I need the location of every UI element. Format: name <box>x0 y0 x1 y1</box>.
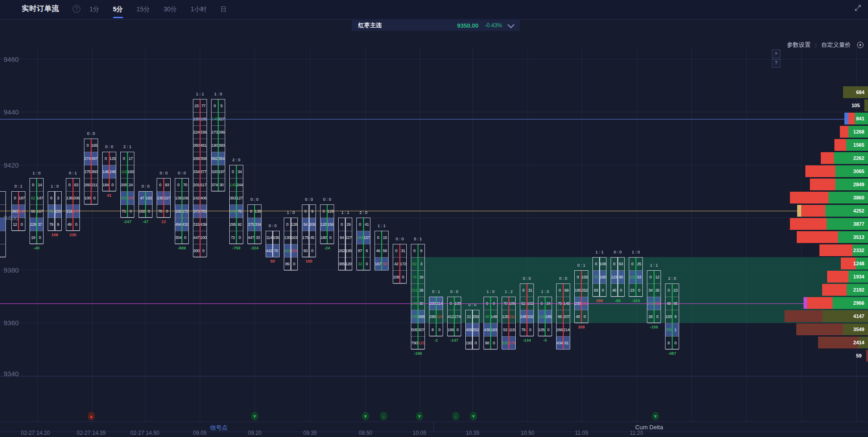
side-button-?[interactable]: ? <box>772 59 780 68</box>
ask-volume: 100 <box>200 231 207 244</box>
column-delta: 106 <box>51 233 58 237</box>
interval-tab-5分[interactable]: 5分 <box>112 3 124 16</box>
footprint-column[interactable]: 0128130163493202890 <box>284 218 298 270</box>
price-path-line <box>417 244 419 349</box>
footprint-column[interactable]: 063138206151170490 <box>66 178 80 231</box>
imbalance-label: 1 : 1 <box>596 250 604 254</box>
footprint-column[interactable]: 069791458920726621443461 <box>556 283 570 349</box>
footprint-column[interactable]: 031421721080 <box>393 244 407 283</box>
target-icon[interactable] <box>857 42 863 48</box>
ask-volume: 187 <box>19 192 25 204</box>
column-delta: -487 <box>668 351 676 356</box>
footprint-column[interactable]: 01251462461840 <box>102 152 116 191</box>
ask-volume: 358 <box>200 152 207 165</box>
footprint-column[interactable]: 02515353230 <box>629 257 643 297</box>
ask-volume: 53 <box>636 271 643 283</box>
vertical-gridline <box>746 48 747 422</box>
price-axis-label: 9360 <box>4 319 19 327</box>
side-button->[interactable]: > <box>772 50 780 58</box>
ask-volume: 8 <box>364 244 370 257</box>
footprint-column[interactable]: 02964227262195385120 <box>338 218 352 270</box>
footprint-column[interactable]: 015465816750 <box>375 231 389 270</box>
interval-tab-30分[interactable]: 30分 <box>163 3 178 16</box>
footprint-column[interactable]: 0048149438183980 <box>483 297 498 349</box>
footprint-column[interactable]: 02348851939355180 <box>665 283 679 349</box>
volume-profile-value: 4252 <box>853 208 864 214</box>
footprint-column[interactable]: 0982374193312824530339668505307790125 <box>411 244 425 349</box>
footprint-column[interactable]: 1195105530 <box>0 191 6 257</box>
ask-volume: 3 <box>55 192 62 204</box>
price-path-line <box>671 284 673 349</box>
ask-volume: 668 <box>418 310 425 323</box>
footprint-column[interactable]: 212504582521920 <box>465 310 479 349</box>
footprint-column[interactable]: 093230227780 <box>157 178 171 218</box>
volume-profile-value: 59 <box>856 353 862 358</box>
price-path-line <box>399 244 400 283</box>
price-path-line <box>381 231 382 270</box>
sell-volume-bar <box>797 231 838 243</box>
ask-volume: 102 <box>527 310 534 323</box>
custom-volume-price-button[interactable]: 自定义量价 <box>821 41 851 49</box>
imbalance-label: 0 : 0 <box>251 197 259 202</box>
footprint-column[interactable]: 0155180252239263400 <box>574 270 588 323</box>
footprint-column[interactable]: 01291201561800 <box>320 204 334 244</box>
footprint-column[interactable]: 7019612621153115526179 <box>502 297 516 349</box>
imbalance-label: 1 : 0 <box>33 171 41 175</box>
ask-volume: 497 <box>91 152 98 165</box>
footprint-column[interactable]: 010875190830 <box>592 257 607 297</box>
interval-tab-15分[interactable]: 15分 <box>136 3 151 16</box>
footprint-column[interactable]: 01652744972753602602111000 <box>84 139 98 204</box>
ask-volume: 432 <box>182 218 189 231</box>
ask-volume: 206 <box>309 218 316 231</box>
sell-volume-bar <box>834 139 846 151</box>
imbalance-label: 1 : 1 <box>196 92 204 96</box>
price-axis-label: 9420 <box>4 161 19 169</box>
settings-button[interactable]: 参数设置 <box>787 41 811 49</box>
time-axis-label: 09:20 <box>248 430 261 436</box>
ask-volume: 5 <box>218 99 225 112</box>
footprint-column[interactable]: 0514832727329619038066235432019737430 <box>211 99 225 191</box>
signal-row-label[interactable]: 信号点 <box>210 424 228 432</box>
footprint-cell-row: 0 <box>0 244 5 258</box>
symbol-selector[interactable]: 红枣主连 9350.00 -0.43% <box>352 20 520 31</box>
footprint-column[interactable]: 095420617545500 <box>302 204 316 257</box>
help-icon[interactable]: ? <box>73 5 80 13</box>
ask-volume: 28 <box>418 284 425 297</box>
price-path-line <box>90 139 92 204</box>
imbalance-label: 2 : 0 <box>232 158 241 162</box>
footprint-column[interactable]: 20021429511080 <box>429 297 443 336</box>
footprint-column[interactable]: 11453644270 <box>266 231 280 257</box>
interval-tab-1分[interactable]: 1分 <box>89 3 100 16</box>
footprint-column[interactable]: 0341191851050 <box>538 297 552 336</box>
footprint-column[interactable]: 01004122741690 <box>447 297 461 336</box>
interval-tab-日[interactable]: 日 <box>220 3 228 16</box>
sell-volume-bar <box>796 323 843 335</box>
imbalance-label: 0 : 0 <box>469 303 477 307</box>
ask-volume: 0 <box>600 284 607 297</box>
footprint-column[interactable]: 041196157878320 <box>356 218 370 270</box>
volume-profile-value: 684 <box>856 89 864 95</box>
ask-volume: 41 <box>364 218 370 231</box>
ask-volume: 211 <box>91 179 98 191</box>
footprint-column[interactable]: 0123426172199280 <box>647 270 661 323</box>
signal-marker-up: ▲ <box>88 412 95 421</box>
footprint-column[interactable]: 013837533444733 <box>247 204 261 244</box>
ask-volume: 110 <box>436 310 443 323</box>
interval-tab-1小时[interactable]: 1小时 <box>190 3 208 16</box>
footprint-column[interactable]: 0341402443631275457029592720 <box>229 165 243 244</box>
volume-profile-row: 1248 <box>841 258 868 269</box>
volume-profile-row: 4147 <box>784 310 868 322</box>
footprint-column[interactable]: 06312390460 <box>611 257 625 297</box>
expand-icon[interactable]: ⤢ <box>854 4 861 13</box>
ask-volume: 3 <box>418 258 425 270</box>
footprint-column[interactable]: 2377150195224336350481269358334377201617… <box>193 99 207 257</box>
footprint-column[interactable]: 01711616020024300240710 <box>120 152 134 218</box>
volume-profile-value: 2262 <box>853 155 864 161</box>
price-path-line <box>145 192 146 217</box>
footprint-column[interactable]: 03152102248102790 <box>520 283 534 336</box>
vertical-gridline <box>528 48 528 422</box>
footprint-column[interactable]: 471821820 <box>138 191 153 218</box>
volume-profile-value: 1248 <box>853 261 864 266</box>
ask-volume: 377 <box>200 165 207 178</box>
ask-volume: 354 <box>218 152 225 165</box>
